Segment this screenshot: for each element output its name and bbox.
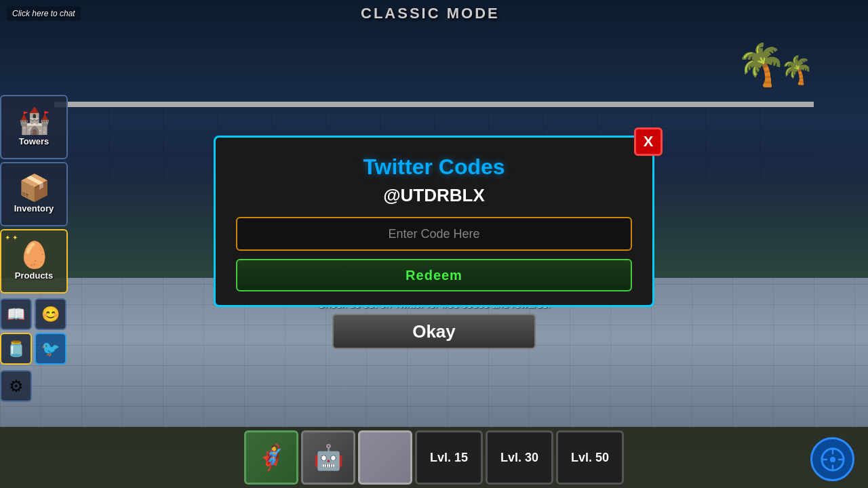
sidebar-item-products[interactable]: ✦ ✦ 🥚 Products [0,229,68,293]
towers-label: Towers [19,136,50,146]
inventory-label: Inventory [14,203,54,214]
code-input[interactable] [236,217,632,251]
inventory-icon: 📦 [18,175,50,201]
chat-button[interactable]: Click here to chat [7,6,81,21]
bottom-hud: 🦸 🤖 Lvl. 15 Lvl. 30 Lvl. 50 [0,427,868,488]
modal-close-button[interactable]: X [634,127,663,156]
twitter-button[interactable]: 🐦 [35,333,66,365]
hud-level-3: Lvl. 50 [556,430,624,485]
sidebar-item-inventory[interactable]: 📦 Inventory [0,162,68,226]
bottom-row-1: 📖 😊 [0,298,71,330]
char-2-icon: 🤖 [313,443,344,472]
char-1-icon: 🦸 [256,443,287,472]
left-sidebar: 🏰 Towers 📦 Inventory ✦ ✦ 🥚 Products [0,95,71,293]
redeem-button[interactable]: Redeem [236,259,632,291]
book-button[interactable]: 📖 [0,298,32,330]
okay-button[interactable]: Okay [332,314,536,349]
bottom-row-2: 🫙 🐦 [0,333,71,365]
towers-icon: 🏰 [18,108,50,134]
bottom-sidebar: 📖 😊 🫙 🐦 ⚙ [0,298,71,402]
svg-point-1 [830,457,835,462]
products-label: Products [15,270,53,281]
tree-decoration-2: 🌴 [780,54,814,86]
emoji-button[interactable]: 😊 [35,298,66,330]
hud-slot-2[interactable]: 🤖 [301,430,355,485]
hud-slot-3[interactable] [358,430,412,485]
nav-icon [821,447,845,472]
mode-label: CLASSIC MODE [361,5,500,22]
tree-decoration: 🌴 [736,41,787,89]
modal-handle: @UTDRBLX [236,185,632,206]
products-icon: 🥚 [18,242,50,268]
sidebar-item-towers[interactable]: 🏰 Towers [0,95,68,159]
top-bar: Click here to chat CLASSIC MODE [0,0,868,27]
hud-level-2: Lvl. 30 [486,430,553,485]
nav-button[interactable] [810,437,854,481]
skin-button[interactable]: 🫙 [0,333,32,365]
hud-slot-1[interactable]: 🦸 [244,430,298,485]
settings-button[interactable]: ⚙ [0,370,32,402]
twitter-modal: X Twitter Codes @UTDRBLX Redeem [214,136,654,307]
hud-level-1: Lvl. 15 [415,430,483,485]
sparkle-icon: ✦ ✦ [5,234,18,241]
modal-title: Twitter Codes [236,155,632,180]
